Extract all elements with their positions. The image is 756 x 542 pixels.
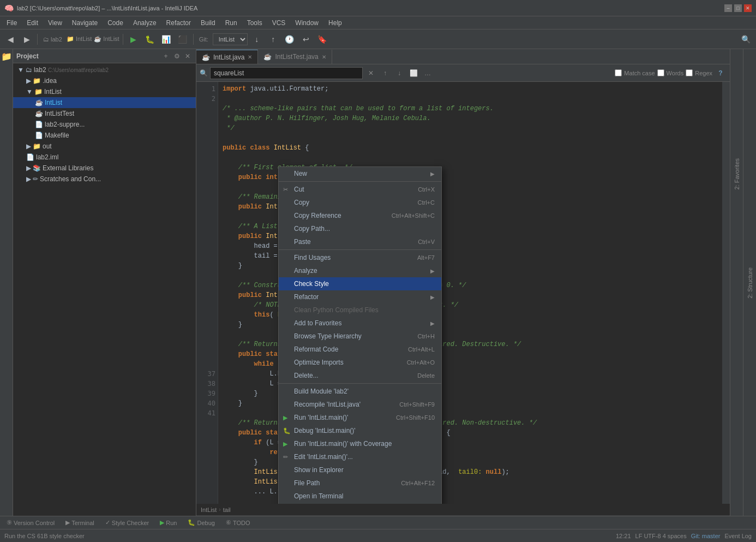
ctx-run[interactable]: ▶ Run 'IntList.main()' Ctrl+Shift+F10 <box>279 411 441 424</box>
ctx-browse-hierarchy[interactable]: Browse Type Hierarchy Ctrl+H <box>279 330 441 343</box>
close-button[interactable]: ✕ <box>744 4 752 12</box>
words-checkbox[interactable] <box>657 69 664 76</box>
toolbar-back-btn[interactable]: ◀ <box>3 32 17 46</box>
tree-item-intlist-folder[interactable]: ▼ 📁 IntList <box>13 86 196 97</box>
search-prev-btn[interactable]: ↑ <box>379 67 391 79</box>
menu-help[interactable]: Help <box>324 18 346 28</box>
project-icon[interactable]: 📁 <box>1 51 12 62</box>
ctx-file-path[interactable]: File Path Ctrl+Alt+F12 <box>279 477 441 490</box>
menu-run[interactable]: Run <box>221 18 242 28</box>
menu-build[interactable]: Build <box>196 18 220 28</box>
panel-close-btn[interactable]: ✕ <box>183 51 193 61</box>
ctx-reformat[interactable]: Reformat Code Ctrl+Alt+L <box>279 343 441 356</box>
ctx-new[interactable]: New ▶ <box>279 167 441 180</box>
ctx-delete[interactable]: Delete... Delete <box>279 369 441 382</box>
status-event-log[interactable]: Event Log <box>724 533 752 539</box>
toolbar-push-btn[interactable]: ↑ <box>266 32 280 46</box>
tree-item-extlibs[interactable]: ▶ 📚 External Libraries <box>13 163 196 174</box>
favorites-label[interactable]: 2: Favorites <box>734 158 740 189</box>
tree-item-makefile[interactable]: 📄 Makefile <box>13 130 196 141</box>
ctx-debug[interactable]: 🐛 Debug 'IntList.main()' <box>279 424 441 437</box>
ctx-build-module[interactable]: Build Module 'lab2' <box>279 385 441 398</box>
toolbar-history-btn[interactable]: 🕐 <box>283 32 297 46</box>
toolbar-revert-btn[interactable]: ↩ <box>299 32 313 46</box>
ctx-recompile[interactable]: Recompile 'IntList.java' Ctrl+Shift+F9 <box>279 398 441 411</box>
ctx-edit[interactable]: ✏ Edit 'IntList.main()'... <box>279 450 441 463</box>
tab-debug[interactable]: 🐛 Debug <box>183 518 219 527</box>
menu-navigate[interactable]: Navigate <box>68 18 102 28</box>
tree-item-lab2suppre[interactable]: 📄 lab2-suppre... <box>13 119 196 130</box>
breadcrumb-intlist[interactable]: IntList <box>201 507 217 513</box>
regex-option[interactable]: Regex <box>686 69 712 76</box>
toolbar-coverage-btn[interactable]: 📊 <box>159 32 173 46</box>
search-next-btn[interactable]: ↓ <box>393 67 405 79</box>
toolbar-search-btn[interactable]: 🔍 <box>739 32 753 46</box>
menu-tools[interactable]: Tools <box>243 18 267 28</box>
ctx-analyze[interactable]: Analyze ▶ <box>279 264 441 277</box>
ctx-paste[interactable]: Paste Ctrl+V <box>279 235 441 248</box>
tree-item-intlisttest[interactable]: ☕ IntListTest <box>13 108 196 119</box>
ctx-refactor[interactable]: Refactor ▶ <box>279 290 441 303</box>
tree-item-intlist-java[interactable]: ☕ IntList <box>13 97 196 108</box>
search-opts-btn[interactable]: … <box>422 67 434 79</box>
branch-selector[interactable]: IntList <box>213 33 248 45</box>
tab-version-control[interactable]: ⑨ Version Control <box>2 518 59 527</box>
search-expand-btn[interactable]: ⬜ <box>407 67 419 79</box>
match-case-checkbox[interactable] <box>615 69 622 76</box>
menu-code[interactable]: Code <box>103 18 128 28</box>
search-help-btn[interactable]: ? <box>715 67 727 79</box>
ctx-optimize-imports[interactable]: Optimize Imports Ctrl+Alt+O <box>279 356 441 369</box>
menu-view[interactable]: View <box>44 18 67 28</box>
tab-intlisttest[interactable]: ☕ IntListTest.java ✕ <box>258 50 332 64</box>
tab-style-checker[interactable]: ✓ Style Checker <box>101 518 153 527</box>
toolbar-run-btn[interactable]: ▶ <box>127 32 141 46</box>
ctx-copy-reference[interactable]: Copy Reference Ctrl+Alt+Shift+C <box>279 209 441 222</box>
tree-item-out[interactable]: ▶ 📁 out <box>13 141 196 152</box>
ctx-find-usages[interactable]: Find Usages Alt+F7 <box>279 251 441 264</box>
match-case-option[interactable]: Match case <box>615 69 655 76</box>
ctx-show-explorer[interactable]: Show in Explorer <box>279 463 441 477</box>
toolbar-stop-btn[interactable]: ⬛ <box>176 32 190 46</box>
menu-file[interactable]: File <box>2 18 21 28</box>
toolbar-forward-btn[interactable]: ▶ <box>20 32 34 46</box>
maximize-button[interactable]: □ <box>734 4 742 12</box>
tab-run[interactable]: ▶ Run <box>155 518 181 527</box>
status-git[interactable]: Git: master <box>691 533 721 539</box>
ctx-copy[interactable]: Copy Ctrl+C <box>279 196 441 209</box>
ctx-open-terminal[interactable]: Open in Terminal <box>279 490 441 503</box>
tree-item-lab2[interactable]: ▼ 🗂 lab2 C:\Users\omatt\repo\lab2 <box>13 64 196 75</box>
search-clear-btn[interactable]: ✕ <box>365 67 377 79</box>
ctx-check-style[interactable]: Check Style <box>279 277 441 290</box>
tab-terminal[interactable]: ▶ Terminal <box>61 518 99 527</box>
status-encoding[interactable]: LF UTF-8 4 spaces <box>635 533 687 539</box>
ctx-cut[interactable]: ✂ Cut Ctrl+X <box>279 183 441 196</box>
menu-edit[interactable]: Edit <box>22 18 43 28</box>
tab-todo[interactable]: ⑥ TODO <box>221 518 255 527</box>
breadcrumb-tail[interactable]: tail <box>223 507 231 513</box>
toolbar-debug-btn[interactable]: 🐛 <box>143 32 157 46</box>
ctx-add-favorites[interactable]: Add to Favorites ▶ <box>279 317 441 330</box>
menu-refactor[interactable]: Refactor <box>162 18 195 28</box>
panel-add-btn[interactable]: + <box>161 51 171 61</box>
regex-checkbox[interactable] <box>686 69 693 76</box>
tab-intlist-close[interactable]: ✕ <box>248 54 252 60</box>
toolbar-bookmark-btn[interactable]: 🔖 <box>315 32 329 46</box>
tab-intlist[interactable]: ☕ IntList.java ✕ <box>196 50 258 64</box>
tree-item-scratches[interactable]: ▶ ✏ Scratches and Con... <box>13 174 196 184</box>
ctx-copy-path[interactable]: Copy Path... <box>279 222 441 235</box>
tab-intlisttest-close[interactable]: ✕ <box>322 54 326 60</box>
ctx-run-coverage[interactable]: ▶ Run 'IntList.main()' with Coverage <box>279 437 441 450</box>
structure-label[interactable]: 2: Structure <box>747 267 753 299</box>
tree-item-idea[interactable]: ▶ 📁 .idea <box>13 75 196 86</box>
menu-vcs[interactable]: VCS <box>268 18 290 28</box>
menu-analyze[interactable]: Analyze <box>129 18 161 28</box>
toolbar-update-btn[interactable]: ↓ <box>250 32 264 46</box>
title-bar-controls[interactable]: – □ ✕ <box>724 4 752 12</box>
words-option[interactable]: Words <box>657 69 684 76</box>
minimize-button[interactable]: – <box>724 4 732 12</box>
menu-window[interactable]: Window <box>291 18 323 28</box>
search-input[interactable] <box>210 67 363 79</box>
tree-item-lab2iml[interactable]: 📄 lab2.iml <box>13 152 196 163</box>
status-position[interactable]: 12:21 <box>616 533 631 539</box>
panel-settings-btn[interactable]: ⚙ <box>172 51 182 61</box>
